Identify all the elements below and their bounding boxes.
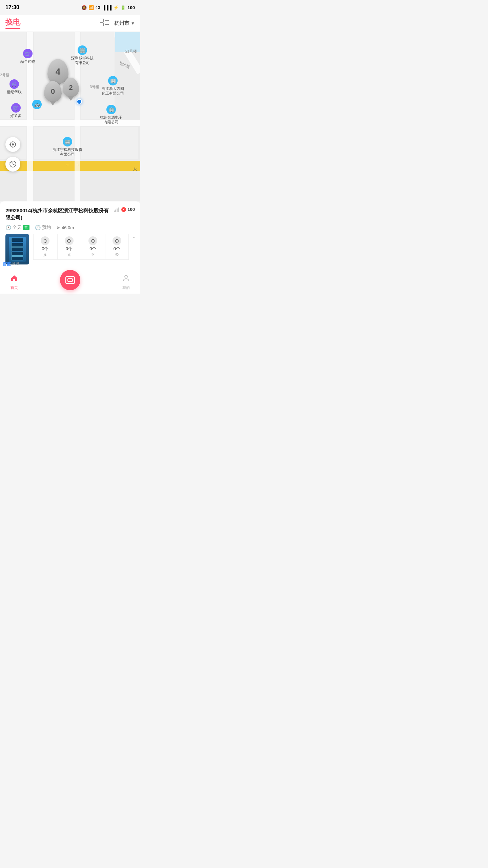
distance-info: ➤ 46.0m	[56, 225, 74, 230]
signal-area: ✕ 100	[114, 207, 135, 212]
battery-count-1: 0个	[66, 246, 73, 252]
baidu-logo: 百度	[3, 261, 11, 267]
battery-icon-empty: ⬡	[88, 236, 97, 245]
battery-icon-charge: ⬡	[65, 236, 74, 245]
user-location-dot	[77, 99, 82, 104]
poi-label-zjzd: 浙江浙大方圆化工有限公司	[102, 86, 124, 96]
poi-hangzhou-co[interactable]: 🏢 杭州智源电子有限公司	[100, 105, 122, 125]
poi-icon-szc: 🏢	[78, 45, 87, 55]
poi-bus-stop[interactable]: 🚌	[32, 100, 42, 109]
battery-icon: 🔋	[120, 5, 126, 10]
poi-icon-zjys: 🏢	[63, 137, 72, 146]
battery-count-0: 0个	[42, 246, 48, 252]
svg-rect-27	[115, 210, 116, 212]
hours-label: 全天	[13, 224, 21, 231]
battery-count-3: 0个	[114, 246, 120, 252]
navigation-icon: ➤	[56, 225, 60, 230]
poi-label-szc: 深圳城铄科技有限公司	[71, 56, 94, 65]
poi-pinquan[interactable]: 🛒 品全购物	[20, 49, 35, 64]
poi-label-sjhl: 世纪华联	[7, 90, 22, 94]
poi-icon-hzzh: 🏢	[106, 105, 116, 114]
poi-icon-sjhl: 🛒	[9, 79, 19, 89]
baidu-text: 地图	[12, 261, 19, 267]
clock-icon: 🕐	[5, 225, 11, 230]
nav-center-button[interactable]	[60, 270, 80, 290]
signal-count: 100	[127, 207, 135, 212]
poi-label-pinquan: 品全购物	[20, 59, 35, 64]
cluster-pin-2[interactable]: 2	[63, 78, 79, 97]
mute-icon: 🔕	[81, 5, 87, 10]
battery-item-2: ⬡ 0个 空	[81, 234, 105, 260]
header-title-underline	[5, 28, 20, 29]
poi-label-hzzh: 杭州智源电子有限公司	[100, 115, 122, 125]
battery-label-3: 爱	[115, 253, 119, 257]
signal-bars-icon: ▐▐▐	[102, 5, 112, 10]
svg-rect-15	[81, 127, 138, 159]
panel-info-row: 🕐 全天 营 🕐 预约 ➤ 46.0m	[5, 224, 135, 231]
home-icon	[10, 274, 18, 284]
building-21-label: 21号楼	[125, 49, 137, 54]
svg-rect-1	[100, 23, 103, 26]
signal-4g-icon: 4G	[96, 5, 101, 9]
map-area[interactable]: ← → 21号楼 2号楼 3号楼 荆大线 永 🛒 品全购物 🛒 世纪华联 🛒 好…	[0, 32, 140, 201]
poi-icon-zjzd: 🏢	[108, 76, 118, 85]
header-title: 换电	[5, 17, 20, 27]
svg-text:←: ←	[65, 162, 70, 167]
header: 换电 杭州市 ▼	[0, 15, 140, 32]
nav-home[interactable]: 首页	[10, 274, 18, 290]
battery-label-1: 充	[67, 253, 71, 257]
wifi-icon: 📶	[88, 5, 94, 10]
charging-icon: ⚡	[113, 5, 119, 10]
battery-level: 100	[127, 5, 135, 10]
city-selector[interactable]: 杭州市 ▼	[114, 20, 135, 26]
battery-label-2: 空	[91, 253, 95, 257]
cluster-count-0: 0	[44, 81, 62, 102]
reservation-info: 🕐 预约	[35, 224, 51, 231]
signal-error-icon: ✕	[121, 207, 126, 212]
poi-label-zjys: 浙江宇松科技股份有限公司	[53, 147, 82, 157]
poi-zhejiang-co[interactable]: 🏢 浙江浙大方圆化工有限公司	[102, 76, 124, 96]
battery-count-2: 0个	[89, 246, 96, 252]
poi-haoyouduo[interactable]: 🛒 好又多	[10, 103, 21, 118]
panel-body: ⬡ 0个 换 ⬡ 0个 充 ⬡ 0个 空 ⬡ 0个 爱 -	[5, 234, 135, 264]
svg-rect-32	[68, 279, 73, 281]
svg-text:→: →	[76, 162, 80, 167]
header-right: 杭州市 ▼	[100, 19, 135, 28]
chevron-down-icon: ▼	[131, 21, 135, 26]
poi-yusong-co[interactable]: 🏢 浙江宇松科技股份有限公司	[53, 137, 82, 157]
svg-rect-31	[66, 277, 75, 283]
svg-rect-28	[117, 209, 118, 212]
nav-my-label: 我的	[122, 285, 130, 290]
profile-icon	[122, 274, 130, 284]
status-bar: 17:30 🔕 📶 4G ▐▐▐ ⚡ 🔋 100	[0, 0, 140, 15]
grid-list-icon[interactable]	[100, 19, 109, 28]
building-3-label: 3号楼	[90, 84, 99, 90]
building-2-label: 2号楼	[0, 73, 9, 78]
battery-icon-swap: ⬡	[41, 236, 49, 245]
battery-grid: ⬡ 0个 换 ⬡ 0个 充 ⬡ 0个 空 ⬡ 0个 爱	[33, 234, 129, 260]
nav-my[interactable]: 我的	[122, 274, 130, 290]
bottom-panel: 299280014(杭州市余杭区浙江宇松科技股份有限公司) ✕ 100 🕐 全天…	[0, 201, 140, 270]
poi-shenzhen-co[interactable]: 🏢 深圳城铄科技有限公司	[71, 45, 94, 65]
status-icons: 🔕 📶 4G ▐▐▐ ⚡ 🔋 100	[81, 5, 135, 10]
cluster-count-2: 2	[63, 78, 79, 97]
location-control[interactable]	[5, 137, 20, 152]
battery-label-0: 换	[43, 253, 47, 257]
battery-item-3: ⬡ 0个 爱	[105, 234, 129, 260]
svg-rect-0	[100, 19, 103, 22]
battery-item-0: ⬡ 0个 换	[33, 234, 57, 260]
poi-label-hyd: 好又多	[10, 113, 21, 118]
nav-home-label: 首页	[11, 285, 18, 290]
svg-point-20	[12, 143, 14, 145]
poi-icon-pinquan: 🛒	[23, 49, 33, 58]
baidu-watermark: 百度 地图	[3, 261, 19, 267]
header-title-wrap: 换电	[5, 17, 20, 29]
cluster-pin-0[interactable]: 0	[44, 81, 62, 102]
station-image	[5, 234, 29, 264]
panel-station-id: 299280014(杭州市余杭区浙江宇松科技股份有限公司)	[5, 207, 111, 221]
poi-shijihualian[interactable]: 🛒 世纪华联	[7, 79, 22, 94]
svg-rect-26	[114, 211, 115, 212]
panel-title-area: 299280014(杭州市余杭区浙江宇松科技股份有限公司) ✕ 100	[5, 207, 135, 224]
clock2-icon: 🕐	[35, 225, 41, 230]
history-control[interactable]	[5, 157, 20, 172]
